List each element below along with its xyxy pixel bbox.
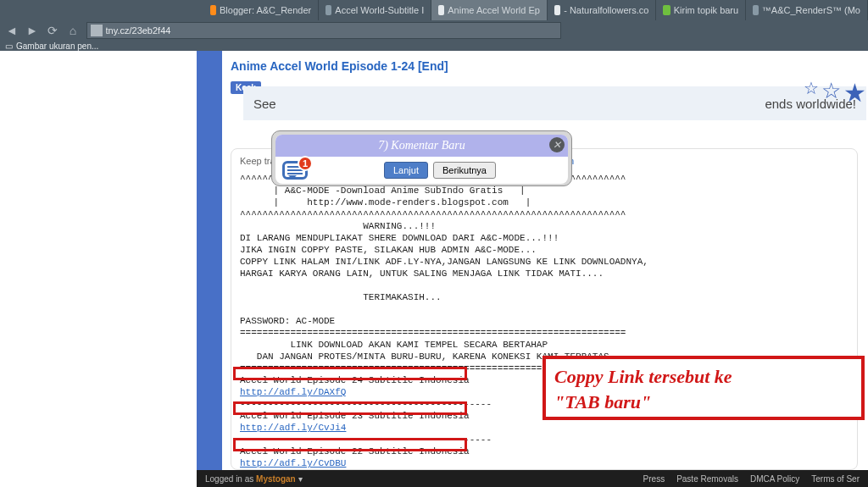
favicon-generic (554, 5, 560, 15)
page-title: Anime Accel World Episode 1-24 [End] (222, 51, 868, 80)
bookmarks-bar: ▭ Gambar ukuran pen... (0, 41, 868, 51)
tab-naturalfollowers[interactable]: - Naturalfollowers.co (548, 0, 657, 20)
star-icon: ★ (843, 78, 866, 108)
notification-badge: 1 (298, 156, 313, 171)
callout-line2: "TAB baru" (554, 391, 651, 412)
footer-terms[interactable]: Terms of Ser (811, 474, 860, 484)
bookmark-item[interactable]: Gambar ukuran pen... (16, 42, 98, 51)
notification-close-button[interactable]: ✕ (549, 137, 565, 152)
favicon-blogger (210, 5, 216, 15)
star-icon: ☆ (804, 78, 819, 108)
left-blue-strip (197, 51, 222, 487)
comment-icon: 1 (282, 161, 308, 180)
back-button[interactable]: ◄ (5, 24, 19, 37)
footer-links: Press Paste Removals DMCA Policy Terms o… (643, 474, 860, 484)
toolbar: ◄ ► ⟳ ⌂ (0, 20, 868, 41)
footer-press[interactable]: Press (643, 474, 665, 484)
status-bar: Logged in as Mystogan ▾ Press Paste Remo… (197, 470, 868, 487)
tab-label: - Naturalfollowers.co (564, 5, 648, 15)
page-icon (91, 25, 103, 36)
browser-chrome: Blogger: A&C_Render Accel World-Subtitle… (0, 0, 868, 51)
ep23-link[interactable]: http://adf.ly/CvJi4 (240, 423, 346, 433)
username[interactable]: Mystogan (256, 474, 296, 484)
annotation-callout: Coppy Link tersebut ke "TAB baru" (542, 356, 865, 420)
tab-anime-accel[interactable]: Anime Accel World Ep (431, 0, 548, 20)
tab-label: Kirim topik baru (674, 5, 738, 15)
address-bar[interactable] (86, 22, 561, 39)
banner-prefix: See (253, 97, 276, 111)
tab-ac-renders[interactable]: ™A&C_RenderS™ (Mo (746, 0, 868, 20)
notification-popup: 7) Komentar Baru ✕ 1 Lanjut Berikutnya (271, 130, 572, 186)
callout-line1: Coppy Link tersebut ke (554, 366, 732, 387)
promo-banner: See ends worldwide! ☆ ☆ ★ (243, 86, 866, 120)
reload-button[interactable]: ⟳ (46, 24, 59, 37)
tab-label: Accel World-Subtitle I (335, 5, 424, 15)
notification-title: 7) Komentar Baru ✕ (275, 135, 568, 157)
tab-accel-subtitle[interactable]: Accel World-Subtitle I (319, 0, 431, 20)
ep22-link[interactable]: http://adf.ly/CvDBU (240, 458, 346, 468)
tab-blogger[interactable]: Blogger: A&C_Render (203, 0, 319, 20)
tab-label: Anime Accel World Ep (448, 5, 540, 15)
tab-label: ™A&C_RenderS™ (Mo (762, 5, 860, 15)
forward-button[interactable]: ► (25, 24, 39, 37)
lanjut-button[interactable]: Lanjut (384, 162, 428, 179)
banner-stars: ☆ ☆ ★ (804, 78, 866, 108)
bookmark-doc-icon: ▭ (5, 42, 13, 51)
login-status: Logged in as Mystogan ▾ (205, 474, 303, 484)
page: Anime Accel World Episode 1-24 [End] Kee… (0, 51, 868, 487)
address-input[interactable] (106, 25, 557, 36)
footer-paste-removals[interactable]: Paste Removals (676, 474, 738, 484)
favicon-generic (753, 5, 759, 15)
ep24-link[interactable]: http://adf.ly/DAXfQ (240, 387, 346, 397)
favicon-forum (663, 5, 670, 15)
paste-text: ^^^^^^^^^^^^^^^^^^^^^^^^^^^^^^^^^^^^^^^^… (240, 173, 849, 470)
favicon-generic (326, 5, 331, 15)
tab-label: Blogger: A&C_Render (220, 5, 311, 15)
berikutnya-button[interactable]: Berikutnya (433, 162, 496, 179)
home-button[interactable]: ⌂ (66, 24, 80, 37)
footer-dmca[interactable]: DMCA Policy (750, 474, 799, 484)
paste-container: Keep track of when your favorite TV Show… (231, 148, 858, 470)
tab-kirim-topik[interactable]: Kirim topik baru (656, 0, 746, 20)
star-icon: ☆ (821, 78, 841, 108)
favicon-generic (438, 5, 444, 15)
tab-strip: Blogger: A&C_Render Accel World-Subtitle… (0, 0, 868, 20)
